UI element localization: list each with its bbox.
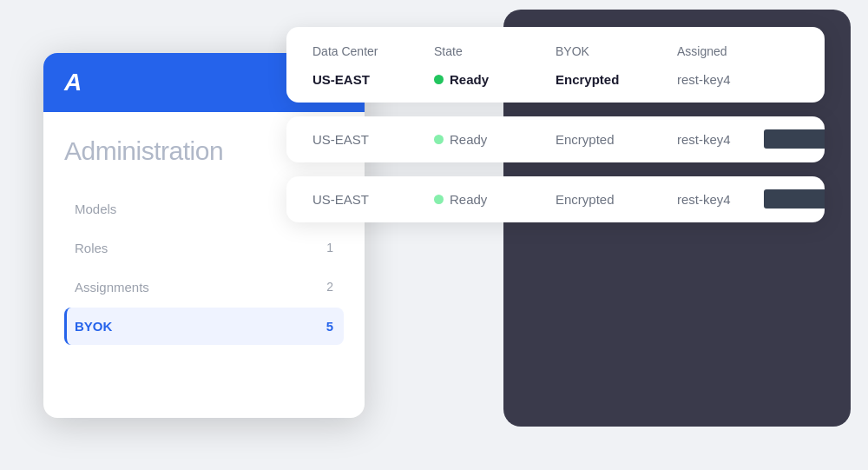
- sidebar-item-assignments[interactable]: Assignments 2: [64, 268, 344, 306]
- table-columns: Data Center State BYOK Assigned: [312, 44, 799, 58]
- status-dot-3: [434, 195, 444, 204]
- table-row-3: US-EAST Ready Encrypted rest-key4: [312, 192, 799, 207]
- sidebar-count-byok: 5: [326, 319, 333, 334]
- sidebar-label-assignments: Assignments: [75, 280, 149, 295]
- state-label-3: Ready: [450, 192, 487, 207]
- col-header-byok: BYOK: [556, 44, 677, 58]
- table-row-2: US-EAST Ready Encrypted rest-key4: [312, 132, 799, 147]
- sidebar-item-byok[interactable]: BYOK 5: [64, 308, 344, 345]
- sidebar-label-roles: Roles: [75, 241, 108, 255]
- sidebar-label-byok: BYOK: [75, 319, 112, 334]
- col-header-datacenter: Data Center: [312, 44, 434, 58]
- table-header-card: Data Center State BYOK Assigned US-EAST …: [286, 27, 825, 103]
- table-row-card-3: US-EAST Ready Encrypted rest-key4: [286, 176, 825, 222]
- app-logo: A: [64, 69, 80, 96]
- status-dot-2: [434, 135, 444, 144]
- cell-state-3: Ready: [434, 192, 556, 207]
- state-label-2: Ready: [450, 132, 487, 147]
- sidebar-label-models: Models: [75, 202, 116, 216]
- data-panel: Data Center State BYOK Assigned US-EAST …: [286, 27, 825, 236]
- cell-byok-1: Encrypted: [556, 72, 677, 87]
- cell-byok-3: Encrypted: [556, 192, 677, 207]
- redacted-bar-2: [764, 129, 825, 149]
- cell-byok-2: Encrypted: [556, 132, 677, 147]
- cell-state-1: Ready: [434, 72, 556, 87]
- col-header-state: State: [434, 44, 556, 58]
- sidebar-count-assignments: 2: [326, 280, 333, 294]
- status-dot-1: [434, 75, 444, 84]
- cell-datacenter-3: US-EAST: [312, 192, 434, 207]
- redacted-bar-3: [764, 189, 825, 209]
- cell-assigned-1: rest-key4: [677, 72, 799, 87]
- state-label-1: Ready: [450, 72, 489, 87]
- cell-state-2: Ready: [434, 132, 556, 147]
- table-row: US-EAST Ready Encrypted rest-key4: [312, 72, 799, 87]
- table-row-card-2: US-EAST Ready Encrypted rest-key4: [286, 116, 825, 162]
- cell-datacenter-2: US-EAST: [312, 132, 434, 147]
- sidebar-count-roles: 1: [326, 241, 333, 255]
- col-header-assigned: Assigned: [677, 44, 799, 58]
- cell-datacenter-1: US-EAST: [312, 72, 434, 87]
